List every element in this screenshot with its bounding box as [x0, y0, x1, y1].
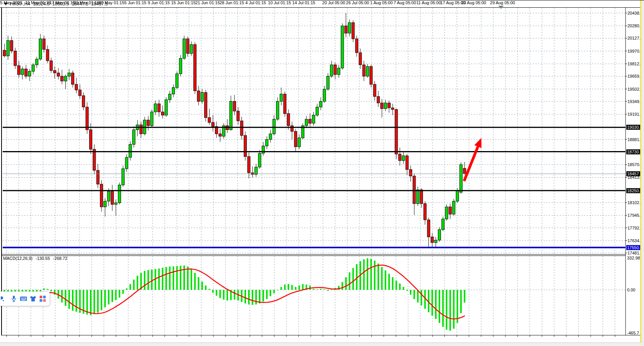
candle-body [140, 125, 142, 134]
macd-histogram-bar [413, 290, 415, 299]
window-bottom-edge [0, 343, 644, 346]
macd-histogram-bar [136, 276, 138, 290]
pen-icon[interactable] [0, 295, 8, 303]
candle-body [35, 59, 38, 65]
keyboard-icon[interactable] [20, 295, 27, 303]
candle-body [381, 103, 383, 109]
macd-histogram-bar [313, 289, 315, 290]
candle-body [3, 50, 6, 56]
macd-histogram-bar [201, 281, 203, 289]
candle-body [341, 26, 344, 68]
candle-body [334, 65, 336, 75]
candle-body [427, 220, 430, 237]
candle-body [25, 69, 27, 76]
macd-histogram-bar [68, 290, 70, 309]
macd-histogram-bar [180, 266, 181, 290]
candle-body [449, 207, 451, 214]
candle-body [391, 108, 394, 110]
macd-histogram-bar [108, 290, 110, 304]
chart-shift-marker-icon[interactable] [498, 6, 504, 9]
candle-body [269, 134, 272, 140]
macd-histogram-bar [270, 290, 271, 296]
macd-histogram-bar [320, 289, 321, 290]
macd-histogram-bar [385, 270, 386, 290]
candle-body [280, 94, 283, 101]
candle-body [305, 119, 308, 126]
macd-histogram-bar [97, 290, 99, 313]
candle-body [424, 204, 426, 220]
macd-histogram-bar [406, 290, 408, 291]
candle-body [179, 58, 182, 74]
clothes-icon[interactable] [29, 295, 37, 303]
candle-body [431, 237, 434, 243]
candle-body [438, 230, 441, 240]
candle-body [176, 74, 178, 88]
macd-main-value: -130.55 [35, 256, 50, 261]
macd-histogram-bar [421, 290, 422, 305]
macd-histogram-bar [363, 259, 365, 290]
candle-body [276, 101, 279, 119]
macd-histogram-bar [259, 290, 260, 303]
macd-histogram-bar [442, 290, 444, 327]
candle-body [39, 39, 42, 59]
macd-histogram-bar [205, 286, 206, 290]
candle-body [316, 107, 318, 115]
candle-body [291, 126, 293, 131]
candle-body [320, 101, 322, 107]
macd-histogram-bar [101, 290, 102, 310]
candle-body [129, 145, 131, 158]
candle-body [219, 134, 221, 136]
candle-body [388, 103, 390, 108]
candle-body [89, 130, 92, 150]
macd-histogram-bar [220, 290, 221, 298]
candle-body [323, 89, 326, 101]
candle-body [172, 88, 175, 94]
macd-histogram-bar [144, 271, 145, 290]
symbol-dropdown-icon[interactable] [4, 3, 8, 5]
macd-histogram-bar [324, 289, 325, 290]
candle-body [133, 130, 135, 145]
macd-name: MACD(12,26,9) [3, 256, 32, 261]
candle-body [208, 118, 211, 123]
bar-open-value: 18524.5 [33, 1, 50, 7]
candle-body [255, 167, 258, 175]
candle-body [154, 104, 157, 112]
trend-arrow-head[interactable] [474, 138, 482, 148]
candle-body [68, 73, 70, 76]
macd-histogram-bar [295, 287, 296, 290]
macd-histogram-bar [417, 290, 419, 303]
macd-histogram-bar [87, 290, 88, 314]
macd-histogram-bar [381, 267, 383, 290]
macd-histogram-bar [158, 268, 160, 290]
candle-body [456, 191, 459, 201]
macd-histogram-bar [104, 290, 106, 307]
candle-body [197, 91, 200, 101]
bar-low-value: 18447.5 [72, 1, 88, 7]
symbol-timeframe-label: HK50-,H4 [10, 1, 30, 7]
macd-histogram-bar [439, 290, 440, 323]
candle-body [453, 201, 455, 214]
macd-histogram-bar [277, 290, 278, 290]
macd-histogram-bar [331, 289, 332, 290]
macd-histogram-bar [226, 290, 228, 301]
candle-body [287, 113, 290, 126]
candle-body [258, 153, 261, 167]
macd-histogram-bar [223, 290, 225, 299]
time-axis[interactable] [2, 335, 624, 343]
macd-histogram-bar [370, 259, 372, 290]
macd-histogram-bar [273, 290, 275, 293]
apps-grid-icon[interactable] [39, 295, 47, 303]
candle-body [205, 92, 207, 117]
macd-histogram-bar [130, 284, 131, 290]
price-axis[interactable] [626, 7, 641, 335]
macd-histogram-bar [298, 286, 300, 290]
window-left-border [1, 7, 2, 335]
macd-histogram-bar [111, 290, 113, 302]
window-right-edge[interactable] [641, 0, 644, 346]
macd-indicator-label: MACD(12,26,9) -130.55 -268.72 [3, 256, 69, 261]
candle-body [28, 72, 31, 77]
candle-body [416, 190, 419, 204]
macd-histogram-bar [457, 290, 458, 323]
microphone-icon[interactable] [10, 295, 18, 303]
candle-body [72, 73, 74, 85]
